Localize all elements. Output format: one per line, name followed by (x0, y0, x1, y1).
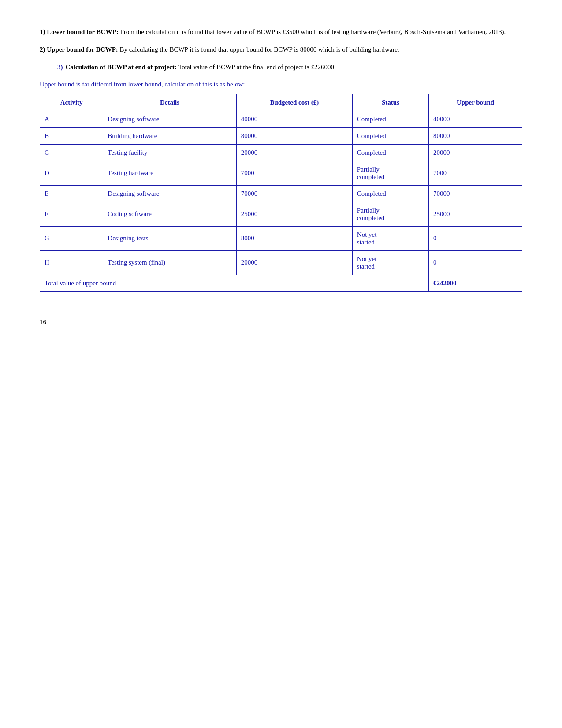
cell-status: Completed (352, 185, 428, 202)
total-value: £242000 (429, 275, 522, 291)
cell-details: Testing facility (103, 144, 236, 161)
cell-upper-bound: 40000 (429, 111, 522, 127)
lower-bound-text: From the calculation it is found that lo… (119, 28, 506, 35)
table-row: G Designing tests 8000 Not yetstarted 0 (40, 226, 522, 250)
cell-activity: B (40, 127, 103, 144)
cell-status: Completed (352, 127, 428, 144)
upper-bound-paragraph: 2) Upper bound for BCWP: By calculating … (40, 44, 522, 55)
cell-activity: C (40, 144, 103, 161)
cell-cost: 80000 (236, 127, 352, 144)
cell-details: Testing hardware (103, 161, 236, 185)
table-row: A Designing software 40000 Completed 400… (40, 111, 522, 127)
cell-cost: 20000 (236, 144, 352, 161)
col-header-status: Status (352, 94, 428, 111)
cell-details: Designing software (103, 111, 236, 127)
cell-details: Coding software (103, 202, 236, 226)
col-header-cost: Budgeted cost (£) (236, 94, 352, 111)
cell-upper-bound: 80000 (429, 127, 522, 144)
table-header-row: Activity Details Budgeted cost (£) Statu… (40, 94, 522, 111)
lower-bound-label: 1) Lower bound for BCWP: (40, 28, 119, 35)
cell-details: Designing software (103, 185, 236, 202)
cell-status: Completed (352, 144, 428, 161)
cell-details: Designing tests (103, 226, 236, 250)
cell-upper-bound: 70000 (429, 185, 522, 202)
cell-status: Not yetstarted (352, 226, 428, 250)
cell-status: Not yetstarted (352, 250, 428, 275)
cell-cost: 40000 (236, 111, 352, 127)
cell-upper-bound: 25000 (429, 202, 522, 226)
cell-cost: 8000 (236, 226, 352, 250)
table-row: B Building hardware 80000 Completed 8000… (40, 127, 522, 144)
upper-bound-table: Activity Details Budgeted cost (£) Statu… (40, 94, 522, 292)
upper-bound-label: 2) Upper bound for BCWP: (40, 46, 118, 53)
cell-activity: D (40, 161, 103, 185)
cell-activity: H (40, 250, 103, 275)
cell-upper-bound: 0 (429, 250, 522, 275)
table-row: E Designing software 70000 Completed 700… (40, 185, 522, 202)
table-row: H Testing system (final) 20000 Not yetst… (40, 250, 522, 275)
cell-activity: A (40, 111, 103, 127)
sub-item-calculation: 3)Calculation of BCWP at end of project:… (57, 62, 522, 72)
cell-status: Completed (352, 111, 428, 127)
cell-status: Partiallycompleted (352, 161, 428, 185)
cell-cost: 20000 (236, 250, 352, 275)
cell-status: Partiallycompleted (352, 202, 428, 226)
table-row: C Testing facility 20000 Completed 20000 (40, 144, 522, 161)
lower-bound-paragraph: 1) Lower bound for BCWP: From the calcul… (40, 26, 522, 37)
cell-activity: E (40, 185, 103, 202)
cell-cost: 25000 (236, 202, 352, 226)
sub-item-label: Calculation of BCWP at end of project: (66, 63, 177, 71)
table-row: F Coding software 25000 Partiallycomplet… (40, 202, 522, 226)
col-header-upper-bound: Upper bound (429, 94, 522, 111)
sub-item-number: 3) (57, 63, 63, 71)
sub-item-text: Total value of BCWP at the final end of … (177, 63, 336, 71)
col-header-activity: Activity (40, 94, 103, 111)
cell-upper-bound: 7000 (429, 161, 522, 185)
cell-details: Building hardware (103, 127, 236, 144)
total-label: Total value of upper bound (40, 275, 429, 291)
upper-bound-text: By calculating the BCWP it is found that… (118, 46, 399, 53)
page-number: 16 (40, 318, 522, 326)
page-content: 1) Lower bound for BCWP: From the calcul… (40, 26, 522, 326)
cell-cost: 7000 (236, 161, 352, 185)
cell-upper-bound: 0 (429, 226, 522, 250)
table-row: D Testing hardware 7000 Partiallycomplet… (40, 161, 522, 185)
col-header-details: Details (103, 94, 236, 111)
cell-cost: 70000 (236, 185, 352, 202)
cell-activity: G (40, 226, 103, 250)
cell-upper-bound: 20000 (429, 144, 522, 161)
cell-activity: F (40, 202, 103, 226)
blue-intro-text: Upper bound is far differed from lower b… (40, 79, 522, 90)
cell-details: Testing system (final) (103, 250, 236, 275)
table-total-row: Total value of upper bound £242000 (40, 275, 522, 291)
